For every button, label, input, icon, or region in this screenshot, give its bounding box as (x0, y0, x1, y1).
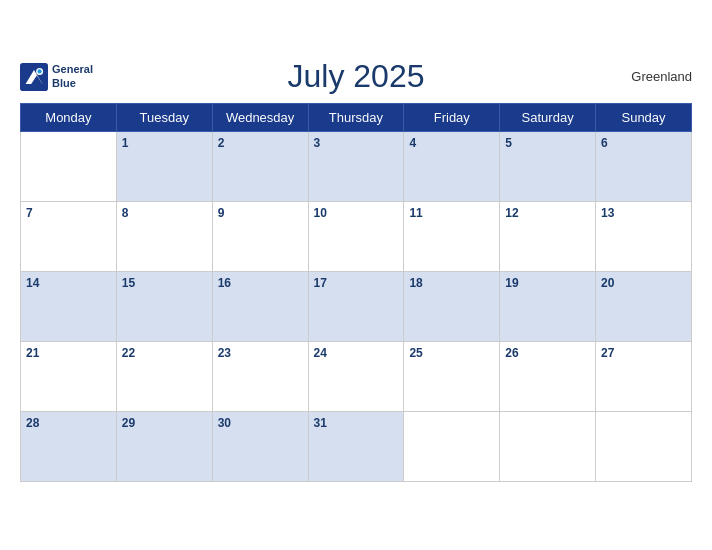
logo-text: General Blue (52, 63, 93, 89)
calendar-table: MondayTuesdayWednesdayThursdayFridaySatu… (20, 103, 692, 482)
calendar-cell: 5 (500, 132, 596, 202)
day-number: 19 (505, 276, 518, 290)
day-number: 12 (505, 206, 518, 220)
day-number: 23 (218, 346, 231, 360)
calendar-cell: 14 (21, 272, 117, 342)
day-number: 21 (26, 346, 39, 360)
region-label: Greenland (631, 69, 692, 84)
calendar-cell (596, 412, 692, 482)
calendar-cell: 30 (212, 412, 308, 482)
weekday-header-row: MondayTuesdayWednesdayThursdayFridaySatu… (21, 104, 692, 132)
day-number: 3 (314, 136, 321, 150)
day-number: 17 (314, 276, 327, 290)
month-title: July 2025 (288, 58, 425, 95)
day-number: 8 (122, 206, 129, 220)
calendar-cell: 7 (21, 202, 117, 272)
calendar-cell (404, 412, 500, 482)
day-number: 10 (314, 206, 327, 220)
calendar-cell (500, 412, 596, 482)
weekday-monday: Monday (21, 104, 117, 132)
day-number: 2 (218, 136, 225, 150)
day-number: 30 (218, 416, 231, 430)
day-number: 6 (601, 136, 608, 150)
calendar-cell: 8 (116, 202, 212, 272)
calendar-cell: 16 (212, 272, 308, 342)
day-number: 13 (601, 206, 614, 220)
day-number: 5 (505, 136, 512, 150)
calendar-cell: 31 (308, 412, 404, 482)
day-number: 29 (122, 416, 135, 430)
weekday-tuesday: Tuesday (116, 104, 212, 132)
day-number: 4 (409, 136, 416, 150)
calendar-cell: 9 (212, 202, 308, 272)
weekday-thursday: Thursday (308, 104, 404, 132)
calendar-cell: 17 (308, 272, 404, 342)
calendar-cell: 26 (500, 342, 596, 412)
calendar-cell: 19 (500, 272, 596, 342)
logo-area: General Blue (20, 63, 93, 91)
day-number: 28 (26, 416, 39, 430)
day-number: 7 (26, 206, 33, 220)
weekday-saturday: Saturday (500, 104, 596, 132)
day-number: 15 (122, 276, 135, 290)
calendar-cell: 13 (596, 202, 692, 272)
calendar-cell: 29 (116, 412, 212, 482)
day-number: 18 (409, 276, 422, 290)
weekday-wednesday: Wednesday (212, 104, 308, 132)
weekday-friday: Friday (404, 104, 500, 132)
day-number: 26 (505, 346, 518, 360)
day-number: 16 (218, 276, 231, 290)
calendar-week-row: 28293031 (21, 412, 692, 482)
calendar-cell: 24 (308, 342, 404, 412)
calendar-cell: 1 (116, 132, 212, 202)
calendar-week-row: 78910111213 (21, 202, 692, 272)
calendar-header: General Blue July 2025 Greenland (20, 58, 692, 95)
calendar-week-row: 123456 (21, 132, 692, 202)
day-number: 31 (314, 416, 327, 430)
day-number: 1 (122, 136, 129, 150)
day-number: 24 (314, 346, 327, 360)
calendar-cell: 25 (404, 342, 500, 412)
day-number: 11 (409, 206, 422, 220)
day-number: 9 (218, 206, 225, 220)
calendar-cell: 6 (596, 132, 692, 202)
calendar-week-row: 14151617181920 (21, 272, 692, 342)
calendar-cell: 28 (21, 412, 117, 482)
day-number: 14 (26, 276, 39, 290)
svg-point-4 (38, 69, 42, 73)
calendar-cell: 12 (500, 202, 596, 272)
calendar-cell: 20 (596, 272, 692, 342)
calendar-cell: 22 (116, 342, 212, 412)
calendar-cell: 3 (308, 132, 404, 202)
day-number: 20 (601, 276, 614, 290)
weekday-sunday: Sunday (596, 104, 692, 132)
logo-icon (20, 63, 48, 91)
calendar-cell: 15 (116, 272, 212, 342)
day-number: 22 (122, 346, 135, 360)
day-number: 25 (409, 346, 422, 360)
calendar-cell: 2 (212, 132, 308, 202)
calendar-cell: 21 (21, 342, 117, 412)
calendar-cell: 23 (212, 342, 308, 412)
day-number: 27 (601, 346, 614, 360)
calendar-container: General Blue July 2025 Greenland MondayT… (0, 48, 712, 502)
calendar-cell: 27 (596, 342, 692, 412)
calendar-cell: 11 (404, 202, 500, 272)
calendar-cell: 18 (404, 272, 500, 342)
calendar-cell (21, 132, 117, 202)
calendar-cell: 10 (308, 202, 404, 272)
calendar-week-row: 21222324252627 (21, 342, 692, 412)
calendar-cell: 4 (404, 132, 500, 202)
